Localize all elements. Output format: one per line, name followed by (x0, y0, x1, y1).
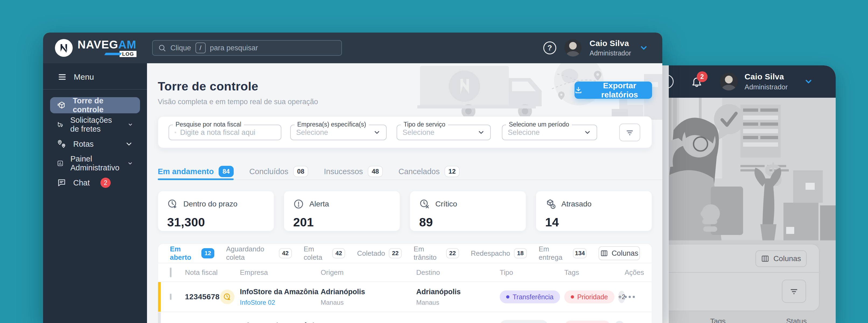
subtab-em-coleta[interactable]: Em coleta 42 (304, 245, 345, 262)
clock-play-icon (167, 199, 178, 209)
sidebar-item-rotas[interactable]: Rotas (50, 136, 140, 152)
brand-name-accent: AM (118, 38, 136, 51)
column-header-tags: Tags (710, 317, 725, 323)
column-header-destino: Destino (416, 268, 500, 277)
subtab-aguardando-coleta[interactable]: Aguardando coleta 42 (226, 245, 292, 262)
search-input[interactable] (210, 44, 336, 52)
badge-dot (571, 295, 574, 298)
sidebar-item-painel-administrativo[interactable]: Painel Administrativo (50, 155, 140, 171)
invoice-search-input[interactable] (180, 128, 275, 137)
menu-label: Menu (74, 72, 94, 82)
cell-empresa-link[interactable]: InfoStore 02 (240, 299, 321, 306)
tab-count-badge: 12 (444, 166, 460, 177)
sidebar-item-torre-de-controle[interactable]: Torre de controle (50, 97, 140, 113)
brand-logo: NAVEGAM LOG (55, 39, 136, 57)
tab-cancelados[interactable]: Cancelados 12 (399, 163, 460, 180)
subtab-count-badge: 22 (389, 248, 402, 258)
sidebar-nav: Torre de controle Solicitações de fretes (43, 90, 147, 191)
table-row: InfoStore da Amazônia Adrianópolis Adria… (158, 312, 652, 323)
tab-concluidos[interactable]: Concluídos 08 (249, 163, 308, 180)
tab-count-badge: 48 (368, 166, 383, 177)
columns-button-label: Colunas (774, 254, 801, 263)
subtab-em-entrega[interactable]: Em entrega 134 (539, 245, 587, 262)
sidebar: Menu Torre de controle Solicitações de f… (43, 63, 147, 323)
sub-status-tabs: Em aberto 12 Aguardando coleta 42 Em col… (158, 244, 652, 263)
service-type-select[interactable]: Tipo de serviço Selecione (397, 125, 491, 140)
table-header-row: Nota fiscal Empresa Origem Destino Tipo … (158, 263, 652, 282)
page-subtitle: Visão completa e em tempo real de sua op… (158, 98, 662, 106)
columns-button[interactable]: Colunas (598, 246, 640, 260)
navegam-logo-icon (55, 39, 73, 57)
subtab-redespacho[interactable]: Redespacho 18 (471, 248, 527, 258)
invoice-search-field[interactable]: Pesquise por nota fiscal (168, 125, 281, 140)
slash-key-hint: / (195, 42, 206, 53)
status-cards: Dentro do prazo 31,300 Alerta 201 (158, 191, 652, 231)
column-header-tags: Tags (564, 268, 625, 277)
card-value: 14 (545, 215, 643, 229)
sidebar-item-label: Torre de controle (73, 96, 133, 114)
column-header-acoes: Ações (625, 268, 652, 277)
tab-label: Insucessos (324, 167, 363, 176)
subtab-coletado[interactable]: Coletado 22 (357, 248, 402, 258)
alert-circle-icon (293, 199, 304, 209)
card-value: 89 (419, 215, 517, 229)
status-tabs: Em andamento 84 Concluídos 08 Insucessos… (158, 163, 662, 180)
global-search[interactable]: Clique / (152, 40, 342, 56)
tab-insucessos[interactable]: Insucessos 48 (324, 163, 383, 180)
help-icon[interactable]: ? (543, 41, 556, 54)
card-value: 201 (293, 215, 391, 229)
chevron-down-icon[interactable] (639, 43, 648, 53)
subtab-label: Em coleta (304, 245, 329, 262)
cell-empresa: InfoStore da Amazônia (240, 322, 321, 323)
menu-toggle[interactable]: Menu (43, 63, 147, 90)
chevron-down-icon (128, 121, 133, 129)
table-row: 12345678 InfoStore da Amazônia InfoStore… (158, 282, 652, 312)
clock-alert-yellow-icon (220, 290, 235, 304)
main-content: Torre de controle Visão completa e em te… (147, 63, 662, 323)
sidebar-item-solicitacoes-de-fretes[interactable]: Solicitações de fretes (50, 117, 140, 133)
clock-x-icon (419, 199, 430, 209)
cell-destino-sub: Manaus (416, 299, 500, 306)
avatar[interactable] (564, 39, 582, 57)
user-menu[interactable]: Caio Silva Administrador (590, 39, 631, 57)
column-header-empresa: Empresa (240, 268, 321, 277)
notifications-bell[interactable]: 2 (691, 76, 703, 88)
sidebar-item-label: Rotas (73, 140, 94, 149)
columns-icon (761, 255, 769, 263)
period-select[interactable]: Selecione um período Selecione (502, 125, 597, 140)
columns-button[interactable]: Colunas (755, 250, 807, 267)
sidebar-item-label: Painel Administrativo (70, 155, 120, 172)
brand-tag: LOG (120, 51, 136, 57)
user-role: Administrador (745, 83, 788, 91)
user-name: Caio Silva (745, 72, 788, 81)
search-icon (158, 44, 166, 52)
chat-unread-badge: 2 (100, 177, 111, 188)
filters-card: Pesquise por nota fiscal Empresa(s) espe… (158, 116, 652, 148)
row-checkbox[interactable] (170, 294, 172, 300)
export-button-label: Exportar relatórios (587, 81, 652, 99)
filter-button[interactable] (782, 280, 806, 303)
row-actions-menu[interactable] (625, 296, 652, 298)
route-pins-icon (57, 139, 66, 149)
columns-icon (600, 250, 608, 257)
search-hint-prefix: Clique (170, 44, 191, 52)
tab-em-andamento[interactable]: Em andamento 84 (158, 163, 234, 180)
select-all-checkbox[interactable] (170, 267, 172, 277)
avatar-silhouette (566, 51, 580, 57)
user-menu[interactable]: Caio Silva Administrador (745, 72, 788, 91)
avatar[interactable] (720, 73, 738, 91)
export-reports-button[interactable]: Exportar relatórios (575, 82, 652, 99)
company-select[interactable]: Empresa(s) específica(s) Selecione (290, 125, 386, 140)
tab-count-badge: 84 (219, 166, 234, 177)
sidebar-item-chat[interactable]: Chat 2 (50, 175, 140, 191)
extra-tags-badge[interactable]: +2 (618, 291, 625, 303)
subtab-count-badge: 42 (279, 248, 292, 258)
cell-nota-fiscal: 12345678 (185, 293, 220, 301)
advanced-filter-button[interactable] (619, 124, 640, 141)
subtab-em-aberto[interactable]: Em aberto 12 (170, 245, 214, 262)
tab-label: Em andamento (158, 167, 214, 176)
shipments-table-card: Em aberto 12 Aguardando coleta 42 Em col… (158, 244, 652, 323)
bar-chart-icon (57, 159, 63, 168)
chevron-down-icon[interactable] (804, 77, 813, 86)
subtab-em-transito[interactable]: Em trânsito 22 (413, 245, 459, 262)
